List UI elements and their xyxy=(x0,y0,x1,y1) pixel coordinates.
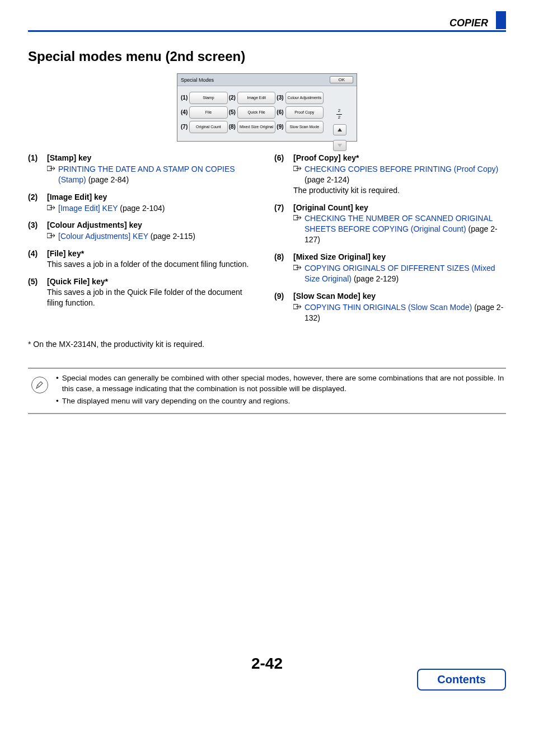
header-bar: COPIER xyxy=(28,11,506,32)
item-3: (3) [Colour Adjustments] key [Colour Adj… xyxy=(28,220,260,242)
item-9: (9) [Slow Scan Mode] key COPYING THIN OR… xyxy=(274,291,506,323)
item-6: (6) [Proof Copy] key* CHECKING COPIES BE… xyxy=(274,153,506,196)
contents-button[interactable]: Contents xyxy=(417,669,506,691)
pointer-icon xyxy=(293,215,302,220)
item-5: (5) [Quick File] key* This saves a job i… xyxy=(28,276,260,308)
page-ref: (page 2-124) xyxy=(305,175,349,184)
page-ref: (page 2-115) xyxy=(148,232,195,241)
link-colour-adj[interactable]: [Colour Adjustments] KEY xyxy=(58,232,148,241)
proof-copy-button[interactable]: Proof Copy xyxy=(285,106,324,119)
item-num: (7) xyxy=(274,203,293,246)
panel-button-grid: (1) Stamp (2) Image Edit (3) Colour Adju… xyxy=(181,92,324,133)
item-desc: The productivity kit is required. xyxy=(293,185,506,196)
special-modes-panel: Special Modes OK (1) Stamp (2) Image Edi… xyxy=(177,73,357,142)
scroll-up-button[interactable] xyxy=(333,124,346,135)
callout-1: (1) xyxy=(181,95,188,101)
description-columns: (1) [Stamp] key PRINTING THE DATE AND A … xyxy=(28,153,506,330)
quick-file-button[interactable]: Quick File xyxy=(237,106,275,119)
item-8: (8) [Mixed Size Original] key COPYING OR… xyxy=(274,252,506,284)
pencil-icon xyxy=(31,377,48,393)
item-title: [Image Edit] key xyxy=(47,192,260,203)
link-proof-copy[interactable]: CHECKING COPIES BEFORE PRINTING (Proof C… xyxy=(305,165,498,173)
item-7: (7) [Original Count] key CHECKING THE NU… xyxy=(274,203,506,246)
item-num: (4) xyxy=(28,248,47,270)
pointer-icon xyxy=(293,304,302,309)
item-1: (1) [Stamp] key PRINTING THE DATE AND A … xyxy=(28,153,260,185)
page-current: 2 xyxy=(336,109,342,114)
pointer-icon xyxy=(47,166,56,171)
item-title: [File] key* xyxy=(47,248,260,259)
stamp-button[interactable]: Stamp xyxy=(189,92,227,104)
page-ref: (page 2-84) xyxy=(86,175,129,184)
callout-8: (8) xyxy=(229,124,236,130)
pointer-icon xyxy=(293,166,302,171)
callout-2: (2) xyxy=(229,95,236,101)
svg-marker-0 xyxy=(338,128,342,132)
original-count-button[interactable]: Original Count xyxy=(189,121,227,133)
mixed-size-original-button[interactable]: Mixed Size Original xyxy=(237,121,275,133)
page-indicator: 2 2 xyxy=(336,109,342,120)
item-num: (5) xyxy=(28,276,47,308)
item-desc: This saves a job in the Quick File folde… xyxy=(47,287,260,308)
link-slow-scan[interactable]: COPYING THIN ORIGINALS (Slow Scan Mode) xyxy=(305,303,472,312)
header-accent xyxy=(496,11,506,29)
arrow-down-icon xyxy=(337,143,343,148)
notes-list: Special modes can generally be combined … xyxy=(56,373,506,408)
item-title: [Mixed Size Original] key xyxy=(293,252,506,262)
item-num: (8) xyxy=(274,252,293,284)
callout-4: (4) xyxy=(181,110,188,115)
note-2: The displayed menu will vary depending o… xyxy=(62,396,291,406)
pointer-icon xyxy=(293,265,302,270)
left-column: (1) [Stamp] key PRINTING THE DATE AND A … xyxy=(28,153,260,330)
callout-9: (9) xyxy=(277,124,284,130)
callout-3: (3) xyxy=(277,95,284,101)
callout-5: (5) xyxy=(229,110,236,115)
panel-body: (1) Stamp (2) Image Edit (3) Colour Adju… xyxy=(177,86,357,141)
item-num: (9) xyxy=(274,291,293,323)
panel-tab-bar: Special Modes OK xyxy=(177,74,357,86)
pointer-icon xyxy=(47,205,56,210)
item-title: [Proof Copy] key* xyxy=(293,153,506,163)
link-original-count[interactable]: CHECKING THE NUMBER OF SCANNED ORIGINAL … xyxy=(305,214,493,233)
note-1: Special modes can generally be combined … xyxy=(62,373,506,393)
footnote: * On the MX-2314N, the productivity kit … xyxy=(28,340,506,349)
link-stamp[interactable]: PRINTING THE DATE AND A STAMP ON COPIES … xyxy=(58,165,235,184)
item-num: (3) xyxy=(28,220,47,242)
item-4: (4) [File] key* This saves a job in a fo… xyxy=(28,248,260,270)
page-total: 2 xyxy=(336,115,342,120)
item-title: [Colour Adjustments] key xyxy=(47,220,260,231)
pointer-icon xyxy=(47,233,56,238)
svg-marker-1 xyxy=(338,144,342,147)
callout-7: (7) xyxy=(181,124,188,130)
page-ref: (page 2-104) xyxy=(118,204,165,213)
arrow-up-icon xyxy=(337,128,343,132)
link-image-edit[interactable]: [Image Edit] KEY xyxy=(58,204,118,213)
item-desc: This saves a job in a folder of the docu… xyxy=(47,259,260,270)
page-ref: (page 2-129) xyxy=(352,274,399,283)
right-column: (6) [Proof Copy] key* CHECKING COPIES BE… xyxy=(274,153,506,330)
item-num: (2) xyxy=(28,192,47,214)
item-num: (6) xyxy=(274,153,293,196)
section-label: COPIER xyxy=(449,17,494,29)
item-num: (1) xyxy=(28,153,47,185)
colour-adjustments-button[interactable]: Colour Adjustments xyxy=(285,92,324,104)
item-title: [Original Count] key xyxy=(293,203,506,213)
notes-box: Special modes can generally be combined … xyxy=(28,368,506,414)
item-title: [Quick File] key* xyxy=(47,276,260,287)
callout-6: (6) xyxy=(277,110,284,115)
ok-button[interactable]: OK xyxy=(330,76,353,83)
svg-line-9 xyxy=(38,385,39,387)
slow-scan-mode-button[interactable]: Slow Scan Mode xyxy=(285,121,324,133)
scroll-down-button[interactable] xyxy=(333,140,346,151)
item-title: [Slow Scan Mode] key xyxy=(293,291,506,302)
image-edit-button[interactable]: Image Edit xyxy=(237,92,275,104)
item-title: [Stamp] key xyxy=(47,153,260,163)
file-button[interactable]: File xyxy=(189,106,227,119)
page-title: Special modes menu (2nd screen) xyxy=(28,49,506,64)
panel-tab-label: Special Modes xyxy=(181,77,214,83)
link-mixed-size[interactable]: COPYING ORIGINALS OF DIFFERENT SIZES (Mi… xyxy=(305,264,495,283)
item-2: (2) [Image Edit] key [Image Edit] KEY (p… xyxy=(28,192,260,214)
